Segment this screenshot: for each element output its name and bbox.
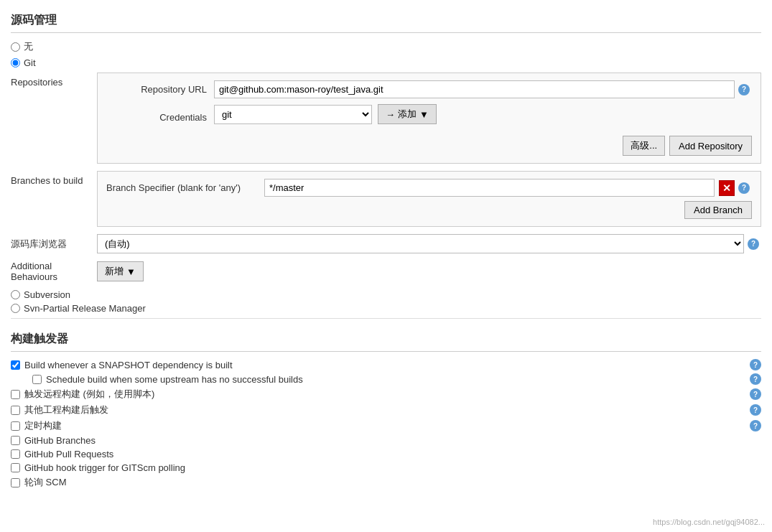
poll-scm-label: 轮询 SCM	[24, 476, 67, 489]
browser-label: 源码库浏览器	[11, 238, 97, 251]
svn-radio-input[interactable]	[11, 290, 20, 299]
add-branch-button[interactable]: Add Branch	[684, 201, 752, 219]
github-hook-left: GitHub hook trigger for GITScm polling	[11, 462, 185, 473]
branch-action-row: Add Branch	[106, 201, 752, 219]
github-hook-label: GitHub hook trigger for GITScm polling	[24, 462, 185, 473]
trigger-section: Build whenever a SNAPSHOT dependency is …	[11, 359, 761, 489]
schedule-checkbox[interactable]	[32, 375, 42, 384]
periodic-row: 定时构建 ?	[11, 419, 761, 432]
periodic-checkbox[interactable]	[11, 421, 20, 431]
github-pr-checkbox[interactable]	[11, 449, 20, 459]
repo-url-help[interactable]: ?	[735, 83, 752, 95]
schedule-trigger-left: Schedule build when some upstream has no…	[32, 374, 303, 385]
repo-url-label: Repository URL	[106, 84, 214, 95]
other-project-help-icon[interactable]: ?	[750, 404, 761, 416]
branch-help-icon[interactable]: ?	[738, 182, 750, 194]
snapshot-trigger-left: Build whenever a SNAPSHOT dependency is …	[11, 360, 233, 370]
github-hook-checkbox[interactable]	[11, 463, 20, 472]
github-branches-checkbox[interactable]	[11, 436, 20, 445]
repositories-label: Repositories	[11, 73, 97, 88]
svn-radio-item[interactable]: Subversion	[11, 289, 761, 300]
schedule-sub-row: Schedule build when some upstream has no…	[32, 373, 761, 385]
github-pr-label: GitHub Pull Requests	[24, 449, 113, 459]
repositories-content: Repository URL ? Credentials git →	[97, 73, 761, 164]
browser-help-icon[interactable]: ?	[748, 238, 759, 250]
github-hook-row: GitHub hook trigger for GITScm polling	[11, 462, 761, 473]
credentials-add-button[interactable]: → 添加 ▼	[378, 104, 437, 124]
credentials-add-label: 添加	[398, 108, 417, 121]
branch-specifier-label: Branch Specifier (blank for 'any')	[106, 182, 264, 193]
radio-none[interactable]: 无	[11, 40, 761, 53]
advanced-button[interactable]: 高级...	[623, 136, 665, 156]
branch-specifier-row: Branch Specifier (blank for 'any') ✕ ?	[106, 179, 752, 197]
remote-trigger-left: 触发远程构建 (例如，使用脚本)	[11, 388, 154, 401]
remote-trigger-row: 触发远程构建 (例如，使用脚本) ?	[11, 388, 761, 401]
periodic-help-icon[interactable]: ?	[750, 420, 761, 431]
radio-group-git: Git	[11, 57, 761, 68]
svn-partial-radio-item[interactable]: Svn-Partial Release Manager	[11, 303, 761, 314]
snapshot-label: Build whenever a SNAPSHOT dependency is …	[24, 360, 233, 370]
behaviours-label: Additional Behaviours	[11, 261, 97, 282]
section-divider	[11, 318, 761, 319]
branch-help[interactable]: ?	[735, 182, 752, 194]
branches-content: Branch Specifier (blank for 'any') ✕ ? A…	[97, 171, 761, 227]
browser-select[interactable]: (自动)	[97, 234, 744, 253]
add-repository-button[interactable]: Add Repository	[669, 136, 752, 156]
branches-panel: Branches to build Branch Specifier (blan…	[11, 171, 761, 227]
add-new-label: 新增	[105, 265, 124, 278]
radio-group-none: 无	[11, 40, 761, 53]
svn-options: Subversion Svn-Partial Release Manager	[11, 289, 761, 314]
other-project-label: 其他工程构建后触发	[24, 403, 108, 416]
browser-help[interactable]: ?	[744, 238, 761, 250]
poll-scm-checkbox[interactable]	[11, 478, 20, 487]
svn-partial-radio-input[interactable]	[11, 304, 20, 313]
remote-help-icon[interactable]: ?	[750, 388, 761, 400]
snapshot-help-icon[interactable]: ?	[750, 359, 761, 370]
github-branches-label: GitHub Branches	[24, 435, 96, 446]
add-new-dropdown-icon: ▼	[126, 266, 136, 277]
schedule-trigger-row: Schedule build when some upstream has no…	[32, 373, 761, 385]
schedule-label: Schedule build when some upstream has no…	[46, 374, 303, 385]
behaviours-panel: Additional Behaviours 新增 ▼	[11, 261, 761, 282]
remote-checkbox[interactable]	[11, 390, 20, 399]
branches-label: Branches to build	[11, 171, 97, 186]
snapshot-trigger-row: Build whenever a SNAPSHOT dependency is …	[11, 359, 761, 370]
delete-branch-icon: ✕	[722, 182, 731, 194]
github-branches-left: GitHub Branches	[11, 435, 96, 446]
credentials-select[interactable]: git	[214, 105, 372, 124]
radio-none-input[interactable]	[11, 42, 20, 52]
repo-url-input-wrapper	[214, 80, 735, 98]
radio-git-label: Git	[24, 57, 36, 68]
other-project-checkbox[interactable]	[11, 406, 20, 415]
browser-panel: 源码库浏览器 (自动) ?	[11, 234, 761, 253]
branch-specifier-input[interactable]	[264, 179, 715, 197]
watermark: https://blog.csdn.net/gqj94082...	[653, 518, 765, 526]
credentials-add-dropdown-icon: ▼	[419, 109, 429, 120]
radio-git-input[interactable]	[11, 58, 20, 67]
repo-url-row: Repository URL ?	[106, 80, 752, 98]
radio-git[interactable]: Git	[11, 57, 761, 68]
delete-branch-button[interactable]: ✕	[719, 180, 735, 196]
credentials-label: Credentials	[106, 112, 214, 123]
credentials-row: Credentials git → 添加 ▼	[106, 104, 752, 130]
periodic-label: 定时构建	[24, 419, 62, 432]
svn-partial-label: Svn-Partial Release Manager	[24, 303, 146, 314]
repo-action-row: 高级... Add Repository	[106, 136, 752, 156]
github-pr-left: GitHub Pull Requests	[11, 449, 113, 459]
source-control-section-title: 源码管理	[11, 7, 761, 33]
credentials-input-area: git → 添加 ▼	[214, 104, 437, 124]
repo-url-input[interactable]	[214, 80, 735, 98]
radio-none-label: 无	[24, 40, 33, 53]
poll-scm-row: 轮询 SCM	[11, 476, 761, 489]
add-new-button[interactable]: 新增 ▼	[97, 261, 144, 281]
remote-label: 触发远程构建 (例如，使用脚本)	[24, 388, 154, 401]
snapshot-checkbox[interactable]	[11, 360, 20, 370]
svn-label: Subversion	[24, 289, 70, 300]
poll-scm-left: 轮询 SCM	[11, 476, 67, 489]
page-container: 源码管理 无 Git Repositories Repository URL ?	[0, 0, 772, 532]
add-arrow-icon: →	[386, 109, 395, 120]
repo-url-help-icon[interactable]: ?	[738, 84, 750, 95]
trigger-section-title: 构建触发器	[11, 326, 761, 352]
schedule-help-icon[interactable]: ?	[750, 373, 761, 385]
other-project-row: 其他工程构建后触发 ?	[11, 403, 761, 416]
